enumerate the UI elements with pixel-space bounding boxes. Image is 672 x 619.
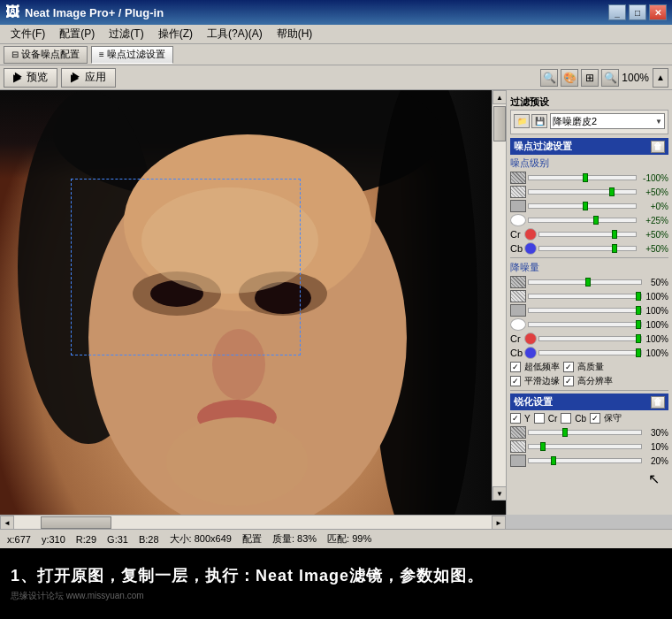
scroll-up-button[interactable]: ▲ [653,68,668,88]
window-controls[interactable]: _ □ ✕ [608,4,667,20]
horizontal-scrollbar[interactable]: ◄ ► [0,515,506,529]
nr-cr-slider[interactable] [538,336,642,341]
apply-button[interactable]: ▶ ▶ 应用 [61,68,115,88]
zoom-magnify[interactable]: 🔍 [601,69,619,87]
sharp-low-value: 20% [644,456,668,466]
zoom-controls: 🔍 🎨 ⊞ 🔍 100% [540,69,649,87]
noise-high-thumb[interactable] [583,173,588,182]
nr-cr-thumb[interactable] [636,334,641,343]
checkbox-sharp-cb[interactable] [561,413,571,424]
sharpening-channels: 30% 10% 20% [510,426,668,467]
status-match: 匹配: 99% [327,532,371,546]
menu-file[interactable]: 文件(F) [4,25,52,43]
main-area: ▲ ▼ 过滤预设 📁 💾 降噪磨皮2 ▼ [0,90,672,515]
tab-device-noise[interactable]: ⊟ 设备噪点配置 [4,46,88,64]
noise-cr-value: +50% [638,230,668,240]
nr-y-thumb[interactable] [636,320,641,329]
watermark: 思缘设计论坛 www.missyuan.com [11,590,661,602]
image-panel[interactable]: ▲ ▼ [0,90,506,515]
noise-cb-thumb[interactable] [612,244,617,253]
checkbox-smooth-edge-label: 平滑边缘 [524,375,560,387]
close-button[interactable]: ✕ [649,4,667,20]
nr-low-thumb[interactable] [636,306,641,315]
checkbox-sharp-cr[interactable] [534,413,545,424]
noise-cr-thumb[interactable] [612,230,617,239]
zoom-icon1[interactable]: 🔍 [540,69,558,87]
nr-cb-slider[interactable] [538,350,642,355]
sharp-mid-slider[interactable] [528,444,642,449]
image-container [0,90,506,515]
zoom-level-label: 100% [622,72,649,84]
checkbox-hiresolution[interactable]: ✓ [563,376,574,386]
zoom-icon3[interactable]: ⊞ [581,69,599,87]
sharp-mid-icon [510,440,526,453]
h-scroll-thumb[interactable] [41,516,111,529]
nr-high-slider[interactable] [528,279,642,285]
minimize-button[interactable]: _ [608,4,626,20]
nr-channel-high: 50% [510,276,668,288]
nr-y-slider[interactable] [528,322,642,327]
nr-low-slider[interactable] [528,308,642,313]
menu-tools[interactable]: 工具(?A)(A) [200,25,270,43]
noise-high-value: -100% [638,173,668,183]
noise-level-channels: -100% +50% +0% [510,172,668,255]
noise-mid-slider[interactable] [528,189,637,195]
sharp-mid-thumb[interactable] [540,442,546,451]
nr-mid-slider[interactable] [528,294,642,299]
tab-noise-filter[interactable]: ≡ 噪点过滤设置 [91,46,173,64]
h-scroll-track [14,516,492,529]
scroll-thumb-vertical[interactable] [493,106,506,141]
menu-filter[interactable]: 过滤(T) [102,25,150,43]
selection-rectangle[interactable] [71,179,301,355]
noise-cr-slider[interactable] [538,232,637,237]
sharp-low-thumb[interactable] [551,456,556,465]
maximize-button[interactable]: □ [629,4,646,20]
vertical-scrollbar[interactable]: ▲ ▼ [492,90,506,501]
menu-help[interactable]: 帮助(H) [270,25,320,43]
divider-1 [510,257,668,258]
noise-y-thumb[interactable] [593,216,599,225]
noise-low-slider[interactable] [528,203,637,209]
checkbox-hiquality[interactable]: ✓ [563,362,574,372]
nr-low-icon [510,304,526,317]
checkbox-sharp-y[interactable]: ✓ [510,413,521,424]
noise-y-slider[interactable] [528,218,637,223]
noise-cb-icon [524,242,537,255]
nr-channel-y: 100% [510,318,668,331]
noise-y-icon [510,214,526,226]
nr-high-thumb[interactable] [585,278,591,287]
checkbox-smooth-edge[interactable]: ✓ [510,376,521,386]
nr-mid-thumb[interactable] [636,292,641,301]
noise-cb-slider[interactable] [538,246,637,251]
menu-operation[interactable]: 操作(Z) [151,25,200,43]
sharp-high-thumb[interactable] [562,428,568,437]
sharp-low-row: 20% [510,455,668,467]
noise-high-slider[interactable] [528,175,637,180]
scroll-track-vertical [493,104,506,486]
preset-icon1[interactable]: 📁 [514,114,530,128]
scroll-up-arrow[interactable]: ▲ [493,90,506,104]
noise-mid-thumb[interactable] [609,187,615,196]
nr-y-icon [510,318,526,331]
scroll-down-arrow[interactable]: ▼ [493,486,506,501]
preview-button[interactable]: ▶ ▶ 预览 [4,68,57,88]
nr-cb-thumb[interactable] [636,348,641,357]
scroll-left-arrow[interactable]: ◄ [0,516,14,530]
checkbox-ultralow[interactable]: ✓ [510,362,521,372]
sharpening-section-header: 锐化设置 🗑 [510,394,668,410]
noise-filter-delete-button[interactable]: 🗑 [651,141,665,153]
svg-point-11 [166,417,308,506]
status-bar: x:677 y:310 R:29 G:31 B:28 大小: 800x649 配… [0,529,672,548]
zoom-icon2[interactable]: 🎨 [561,69,578,87]
sharpening-delete-button[interactable]: 🗑 [651,396,665,409]
noise-low-thumb[interactable] [583,202,588,210]
scroll-right-arrow[interactable]: ► [492,516,506,530]
menu-config[interactable]: 配置(P) [52,25,102,43]
preset-icon2[interactable]: 💾 [531,114,547,128]
instruction-area: 1、打开原图，复制一层，执行：Neat Image滤镜，参数如图。 思缘设计论坛… [0,548,672,619]
noise-mid-icon [510,186,526,198]
preset-dropdown[interactable]: 降噪磨皮2 ▼ [550,113,665,129]
sharp-low-slider[interactable] [528,458,642,463]
sharp-high-slider[interactable] [528,430,642,435]
checkbox-sharp-conservative[interactable]: ✓ [590,413,600,424]
